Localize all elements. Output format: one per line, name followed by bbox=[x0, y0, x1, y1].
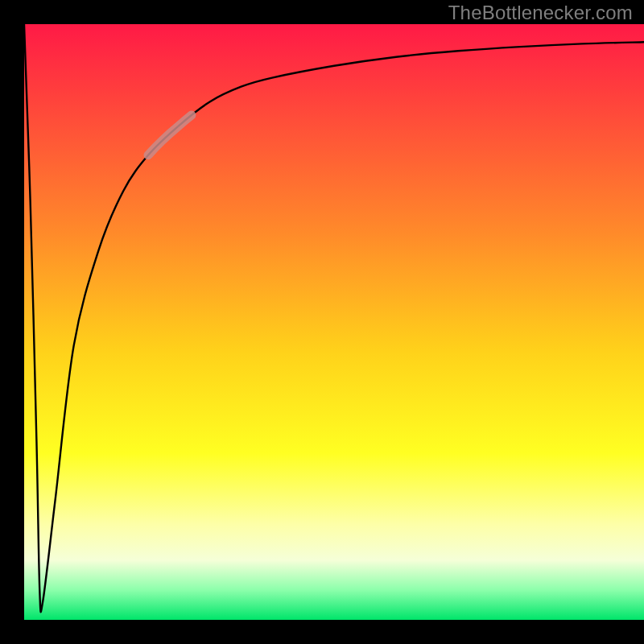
gradient-background bbox=[24, 24, 644, 620]
chart-frame: TheBottlenecker.com bbox=[0, 0, 644, 644]
plot-area bbox=[24, 24, 644, 620]
bottleneck-chart bbox=[24, 24, 644, 620]
watermark-text: TheBottlenecker.com bbox=[448, 2, 633, 24]
